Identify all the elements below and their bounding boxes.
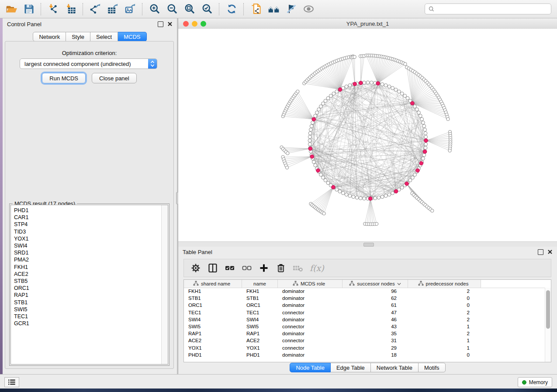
mcds-result-item[interactable]: ORC1	[14, 285, 161, 292]
column-header-shared-name[interactable]: shared name	[184, 280, 242, 288]
search-input[interactable]	[437, 6, 547, 13]
mcds-result-item[interactable]: STB5	[14, 278, 161, 285]
zoom-selected-icon[interactable]	[198, 2, 216, 17]
tab-select[interactable]: Select	[90, 32, 118, 41]
column-header-predecessor-nodes[interactable]: predecessor nodes	[408, 280, 481, 288]
hide-selected-icon[interactable]	[282, 2, 300, 17]
cell-shared-name: YOX1	[184, 345, 242, 351]
mcds-result-item[interactable]: SWI5	[14, 306, 161, 313]
show-all-icon[interactable]	[300, 2, 317, 17]
table-row[interactable]: ORC1ORC1dominator610	[184, 302, 545, 309]
mcds-result-list[interactable]: PHD1CAR1STP4TID3YOX1SWI4SRD1PMA2FKH1ACE2…	[10, 205, 168, 364]
mcds-result-item[interactable]: STP4	[14, 221, 161, 228]
table-toolbar: f(x)	[183, 259, 551, 277]
table-row[interactable]: STB1STB1dominator620	[184, 295, 545, 302]
table-scrollbar-thumb[interactable]	[546, 290, 550, 329]
tab-node-table[interactable]: Node Table	[290, 363, 331, 372]
column-header-name[interactable]: name	[242, 280, 278, 288]
delete-column-icon[interactable]	[276, 263, 286, 273]
new-network-from-selection-icon[interactable]	[247, 2, 265, 17]
mcds-result-item[interactable]: SWI4	[14, 242, 161, 249]
tab-motifs[interactable]: Motifs	[419, 363, 446, 372]
close-window-icon[interactable]	[183, 21, 189, 27]
zoom-in-icon[interactable]	[146, 2, 163, 17]
unselect-all-icon[interactable]	[242, 263, 252, 273]
cell-name: ORC1	[242, 303, 278, 308]
table-row[interactable]: RAP1RAP1dominator352	[184, 330, 545, 337]
first-neighbors-icon[interactable]	[265, 2, 282, 17]
cell-predecessor-nodes: 1	[408, 345, 481, 351]
toolbar-divider	[142, 3, 143, 15]
table-row[interactable]: FKH1FKH1dominator962	[184, 288, 545, 295]
table-header-row: shared namenameMCDS rolesuccessor nodesp…	[184, 280, 551, 288]
close-table-panel-icon[interactable]	[547, 249, 553, 254]
maximize-window-icon[interactable]	[201, 21, 206, 27]
table-scrollbar[interactable]	[545, 288, 551, 362]
export-table-icon[interactable]	[104, 2, 121, 17]
mcds-result-item[interactable]: TID3	[14, 228, 161, 235]
mcds-result-item[interactable]: TEC1	[14, 313, 161, 320]
close-panel-icon[interactable]	[167, 21, 173, 27]
table-row[interactable]: YOX1YOX1connector291	[184, 344, 545, 351]
cell-MCDS-role: connector	[278, 324, 343, 329]
horizontal-splitter-handle[interactable]	[363, 243, 374, 247]
network-canvas[interactable]	[178, 29, 557, 241]
tab-network[interactable]: Network	[33, 32, 66, 41]
table-row[interactable]: SWI5SWI5connector431	[184, 323, 545, 330]
memory-button[interactable]: Memory	[518, 377, 552, 387]
cell-name: SWI4	[242, 317, 278, 322]
mcds-result-item[interactable]: ACE2	[14, 271, 161, 278]
search-icon	[429, 6, 434, 12]
mcds-tab-pane: Optimization criterion: largest connecte…	[5, 41, 174, 369]
column-header-successor-nodes[interactable]: successor nodes	[343, 280, 408, 288]
cell-successor-nodes: 35	[343, 331, 408, 336]
mcds-result-item[interactable]: YOX1	[14, 235, 161, 242]
float-window-icon[interactable]	[158, 21, 163, 27]
float-table-panel-icon[interactable]	[538, 249, 543, 255]
save-session-icon[interactable]	[20, 2, 38, 17]
table-body: FKH1FKH1dominator962STB1STB1dominator620…	[184, 288, 545, 362]
mcds-result-scrollbar[interactable]	[161, 205, 168, 364]
close-panel-button[interactable]: Close panel	[92, 73, 137, 83]
search-box[interactable]	[425, 3, 551, 14]
table-row[interactable]: TEC1TEC1connector472	[184, 309, 545, 316]
zoom-out-icon[interactable]	[163, 2, 181, 17]
task-history-button[interactable]	[4, 377, 19, 387]
add-column-icon[interactable]	[259, 263, 269, 273]
control-panel-title: Control Panel	[7, 21, 42, 28]
mcds-result-item[interactable]: GCR1	[14, 320, 161, 327]
table-row[interactable]: PHD1PHD1dominator180	[184, 351, 545, 358]
mcds-result-item[interactable]: FKH1	[14, 264, 161, 271]
tab-network-table[interactable]: Network Table	[371, 363, 419, 372]
mcds-result-item[interactable]: PHD1	[14, 207, 161, 214]
import-table-icon[interactable]	[62, 2, 80, 17]
tab-mcds[interactable]: MCDS	[118, 32, 146, 41]
mcds-result-item[interactable]: SRD1	[14, 249, 161, 256]
cell-predecessor-nodes: 0	[408, 352, 481, 358]
tab-style[interactable]: Style	[66, 32, 90, 41]
zoom-fit-icon[interactable]	[181, 2, 198, 17]
table-row[interactable]: ACE2ACE2connector311	[184, 337, 545, 344]
control-panel-titlebar: Control Panel	[3, 18, 177, 30]
mcds-result-item[interactable]: PMA2	[14, 256, 161, 263]
mcds-result-item[interactable]: STB1	[14, 299, 161, 306]
select-all-icon[interactable]	[225, 263, 235, 273]
optimization-criterion-select[interactable]: largest connected component (undirected)	[20, 58, 157, 69]
split-columns-icon[interactable]	[208, 263, 218, 273]
import-network-icon[interactable]	[45, 2, 62, 17]
network-graph[interactable]	[178, 29, 557, 241]
minimize-window-icon[interactable]	[192, 21, 197, 27]
export-image-icon[interactable]	[121, 2, 139, 17]
horizontal-splitter[interactable]	[178, 241, 557, 247]
mcds-result-item[interactable]: RAP1	[14, 292, 161, 299]
open-session-icon[interactable]	[3, 2, 20, 17]
mcds-result-item[interactable]: CAR1	[14, 214, 161, 221]
column-header-MCDS-role[interactable]: MCDS role	[278, 280, 343, 288]
export-network-icon[interactable]	[86, 2, 104, 17]
table-row[interactable]: SWI4SWI4dominator462	[184, 316, 545, 323]
table-panel-tabs: Node TableEdge TableNetwork TableMotifs	[178, 363, 557, 372]
tab-edge-table[interactable]: Edge Table	[331, 363, 371, 372]
run-mcds-button[interactable]: Run MCDS	[42, 73, 86, 83]
refresh-layout-icon[interactable]	[223, 2, 240, 17]
gear-icon[interactable]	[190, 263, 201, 273]
